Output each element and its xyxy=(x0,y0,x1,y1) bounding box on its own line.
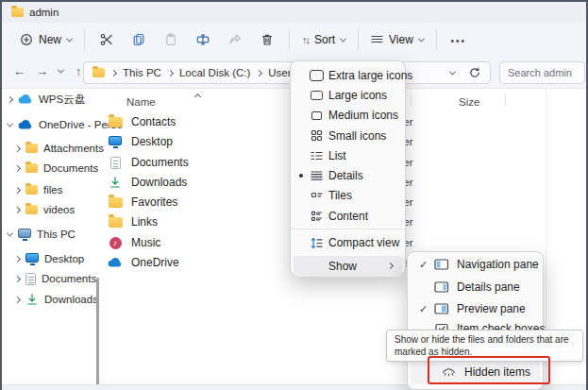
search-input[interactable] xyxy=(499,61,585,84)
menu-item-large-icons[interactable]: Large icons xyxy=(291,85,405,105)
desktop-icon xyxy=(25,253,39,263)
details-pane-icon xyxy=(434,281,457,293)
sidebar-scrollbar[interactable] xyxy=(96,278,99,390)
sidebar-item-attachments[interactable]: Attachments xyxy=(15,139,104,158)
cut-button[interactable] xyxy=(91,27,123,52)
chevron-right-icon xyxy=(14,275,21,281)
annotation-highlight-box xyxy=(428,356,550,384)
chevron-down-icon xyxy=(66,35,73,42)
forward-button[interactable]: → xyxy=(36,64,48,78)
submenu-item-navigation-pane[interactable]: Navigation pane xyxy=(411,254,540,275)
folder-icon xyxy=(25,185,38,195)
sidebar-item-this-pc[interactable]: This PC xyxy=(8,225,76,244)
file-name: Desktop xyxy=(131,135,173,148)
folder-icon xyxy=(109,117,123,127)
paste-button[interactable] xyxy=(155,27,187,52)
sidebar-item-label: Documents xyxy=(42,273,96,284)
extra-large-icons-icon xyxy=(306,70,327,81)
file-name: Music xyxy=(131,236,160,249)
submenu-item-details-pane[interactable]: Details pane xyxy=(411,277,540,297)
file-name: Links xyxy=(131,215,158,229)
medium-icons-icon xyxy=(306,111,327,120)
up-button[interactable]: ↑ xyxy=(76,64,82,78)
chevron-down-icon xyxy=(340,35,346,42)
sidebar-item-desktop[interactable]: Desktop xyxy=(15,249,84,268)
refresh-icon[interactable] xyxy=(469,67,480,78)
menu-item-small-icons[interactable]: Small icons xyxy=(291,126,405,145)
back-button[interactable]: ← xyxy=(13,64,25,78)
submenu-item-preview-pane[interactable]: Preview pane xyxy=(411,298,540,319)
sidebar-item-documents-pc[interactable]: Documents xyxy=(15,269,96,288)
tab-title: admin xyxy=(29,7,59,18)
sidebar-item-label: Desktop xyxy=(44,253,84,264)
cloud-icon xyxy=(18,119,33,130)
column-header-size[interactable]: Size xyxy=(459,96,479,108)
sort-button[interactable]: Sort xyxy=(295,28,352,51)
details-icon xyxy=(306,170,327,181)
tooltip-text: Show or hide the files and folders that … xyxy=(395,334,569,357)
trash-icon xyxy=(260,33,274,46)
breadcrumb-bar[interactable]: This PC Local Disk (C:) Users admin xyxy=(83,61,491,84)
sidebar-item-files[interactable]: files xyxy=(15,180,62,199)
delete-button[interactable] xyxy=(251,27,283,52)
content-icon xyxy=(306,211,327,222)
breadcrumb-this-pc[interactable]: This PC xyxy=(123,67,161,78)
chevron-right-icon xyxy=(14,144,21,151)
command-toolbar: New Sort View xyxy=(2,23,586,57)
chevron-down-icon xyxy=(7,229,13,236)
menu-item-details[interactable]: Details xyxy=(291,165,405,185)
view-lines-icon xyxy=(371,34,383,45)
menu-item-compact-view[interactable]: Compact view xyxy=(291,232,405,252)
new-button[interactable]: New xyxy=(13,28,78,51)
sidebar-item-label: Attachments xyxy=(43,143,104,154)
folder-icon xyxy=(109,197,123,208)
rename-button[interactable] xyxy=(187,27,219,52)
column-header-name[interactable]: Name xyxy=(126,96,156,108)
preview-pane-icon xyxy=(434,303,457,314)
recent-locations-chevron[interactable] xyxy=(58,67,64,74)
menu-item-extra-large-icons[interactable]: Extra large icons xyxy=(291,65,405,85)
sidebar-item-documents[interactable]: Documents xyxy=(15,159,98,178)
sidebar-item-downloads[interactable]: Downloads xyxy=(15,290,98,309)
file-explorer-window: admin New Sort xyxy=(0,0,588,390)
compact-view-icon xyxy=(306,237,327,249)
column-separator[interactable] xyxy=(505,93,506,106)
sidebar-item-label: files xyxy=(43,184,62,195)
desktop-icon xyxy=(109,136,122,145)
document-icon xyxy=(25,273,36,285)
cloud-icon xyxy=(18,93,33,105)
toolbar-separator xyxy=(289,29,290,50)
menu-item-medium-icons[interactable]: Medium icons xyxy=(291,106,405,126)
more-options-button[interactable] xyxy=(443,27,475,52)
share-icon xyxy=(228,33,242,46)
column-separator[interactable] xyxy=(411,93,412,106)
breadcrumb-chevron-icon xyxy=(256,69,262,76)
view-button-label: View xyxy=(389,33,413,46)
copy-icon xyxy=(132,33,145,46)
share-button[interactable] xyxy=(219,27,251,52)
menu-separator xyxy=(292,229,404,229)
menu-item-list[interactable]: List xyxy=(291,145,405,165)
checkmark-icon xyxy=(419,303,434,315)
sidebar-item-wps-cloud[interactable]: WPS云盘 xyxy=(8,90,85,109)
download-icon xyxy=(25,293,39,306)
menu-item-tiles[interactable]: Tiles xyxy=(291,186,405,206)
file-name: Contacts xyxy=(131,115,176,128)
clipboard-icon xyxy=(164,33,177,46)
ellipsis-icon xyxy=(451,31,467,48)
chevron-right-icon xyxy=(14,296,21,302)
breadcrumb-local-disk[interactable]: Local Disk (C:) xyxy=(179,67,250,78)
sidebar-item-videos[interactable]: videos xyxy=(15,200,75,219)
sidebar-item-onedrive[interactable]: OneDrive - Perso xyxy=(8,115,123,134)
menu-item-show[interactable]: Show xyxy=(294,256,402,277)
chevron-right-icon xyxy=(14,164,21,171)
small-icons-icon xyxy=(306,129,327,142)
file-name: Downloads xyxy=(131,176,187,189)
address-dropdown-chevron[interactable] xyxy=(449,68,456,75)
menu-item-content[interactable]: Content xyxy=(291,206,405,226)
view-button[interactable]: View xyxy=(364,28,430,51)
copy-button[interactable] xyxy=(123,27,155,52)
chevron-down-icon xyxy=(418,35,425,42)
chevron-right-icon xyxy=(7,95,13,102)
sort-button-label: Sort xyxy=(314,33,335,46)
